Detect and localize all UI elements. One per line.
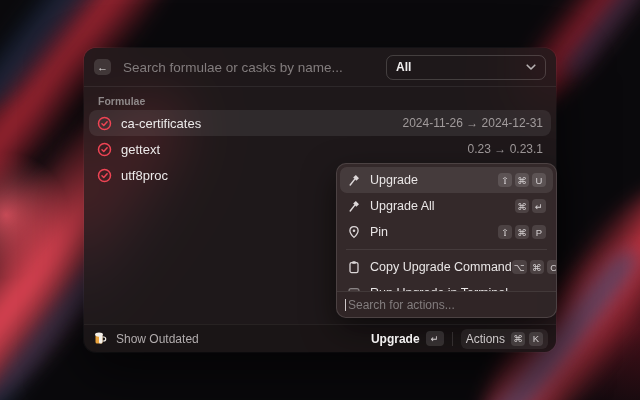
formula-name: ca-certificates: [121, 116, 201, 131]
keycap: ⌘: [515, 173, 529, 187]
action-upgrade[interactable]: Upgrade ⇧ ⌘ U: [340, 167, 553, 193]
actions-button[interactable]: Actions ⌘ K: [461, 329, 548, 349]
section-header: Formulae: [98, 95, 556, 107]
keycap: ⌘: [515, 225, 529, 239]
actions-search[interactable]: Search for actions...: [337, 291, 556, 317]
keycap: ⌘: [530, 260, 544, 274]
action-label: Upgrade: [370, 173, 418, 187]
hammer-icon: [347, 199, 361, 213]
actions-panel-list: Upgrade ⇧ ⌘ U Upgrade All: [337, 164, 556, 291]
outdated-check-icon: [97, 142, 112, 157]
actions-button-label: Actions: [466, 332, 505, 346]
keycap: ⇧: [498, 173, 512, 187]
footer-actions: Upgrade ↵ Actions ⌘ K: [371, 329, 548, 349]
shortcut-keys: ⌘ ↵: [515, 199, 546, 213]
search-bar: ← All: [84, 48, 556, 87]
outdated-check-icon: [97, 168, 112, 183]
formula-version-change: 0.23 → 0.23.1: [468, 142, 543, 156]
command-title: Show Outdated: [116, 332, 199, 346]
status-bar: Show Outdated Upgrade ↵ Actions ⌘ K: [84, 324, 556, 352]
filter-dropdown-value: All: [396, 60, 411, 74]
keycap: U: [532, 173, 546, 187]
footer-divider: [452, 332, 453, 346]
list-item-gettext[interactable]: gettext 0.23 → 0.23.1: [89, 136, 551, 162]
text-cursor: [345, 299, 346, 311]
action-run-upgrade-in-terminal[interactable]: Run Upgrade in Terminal: [340, 280, 553, 291]
keycap: P: [532, 225, 546, 239]
keycap: ⇧: [498, 225, 512, 239]
raycast-window: ← All Formulae ca-certificates: [84, 48, 556, 352]
action-label: Upgrade All: [370, 199, 435, 213]
formula-version-change: 2024-11-26 → 2024-12-31: [402, 116, 543, 130]
action-label: Pin: [370, 225, 388, 239]
chevron-down-icon: [526, 64, 536, 71]
action-upgrade-all[interactable]: Upgrade All ⌘ ↵: [340, 193, 553, 219]
actions-search-placeholder: Search for actions...: [348, 298, 455, 312]
action-pin[interactable]: Pin ⇧ ⌘ P: [340, 219, 553, 245]
pin-icon: [347, 225, 361, 239]
hammer-icon: [347, 173, 361, 187]
action-label: Copy Upgrade Command: [370, 260, 512, 274]
keycap: C: [547, 260, 556, 274]
keycap: ↵: [532, 199, 546, 213]
arrow-left-icon: ←: [97, 61, 108, 73]
search-input[interactable]: [121, 59, 376, 76]
shortcut-keys: ⇧ ⌘ U: [498, 173, 546, 187]
actions-panel: Upgrade ⇧ ⌘ U Upgrade All: [336, 163, 557, 318]
formula-name: gettext: [121, 142, 160, 157]
formula-name: utf8proc: [121, 168, 168, 183]
back-button[interactable]: ←: [94, 59, 111, 75]
action-copy-upgrade-command[interactable]: Copy Upgrade Command ⌥ ⌘ C: [340, 254, 553, 280]
shortcut-keys: ⌥ ⌘ C: [512, 260, 556, 274]
keycap-return: ↵: [426, 331, 444, 346]
primary-action-label: Upgrade: [371, 332, 420, 346]
menu-divider: [346, 249, 547, 250]
clipboard-icon: [347, 260, 361, 274]
filter-dropdown[interactable]: All: [386, 55, 546, 80]
beer-mug-icon: [93, 331, 108, 346]
keycap: ⌘: [511, 332, 525, 346]
keycap: ⌘: [515, 199, 529, 213]
desktop: ← All Formulae ca-certificates: [0, 0, 640, 400]
shortcut-keys: ⇧ ⌘ P: [498, 225, 546, 239]
outdated-check-icon: [97, 116, 112, 131]
list-item-ca-certificates[interactable]: ca-certificates 2024-11-26 → 2024-12-31: [89, 110, 551, 136]
primary-action-button[interactable]: Upgrade ↵: [371, 331, 444, 346]
keycap: ⌥: [512, 260, 527, 274]
keycap: K: [529, 332, 543, 346]
